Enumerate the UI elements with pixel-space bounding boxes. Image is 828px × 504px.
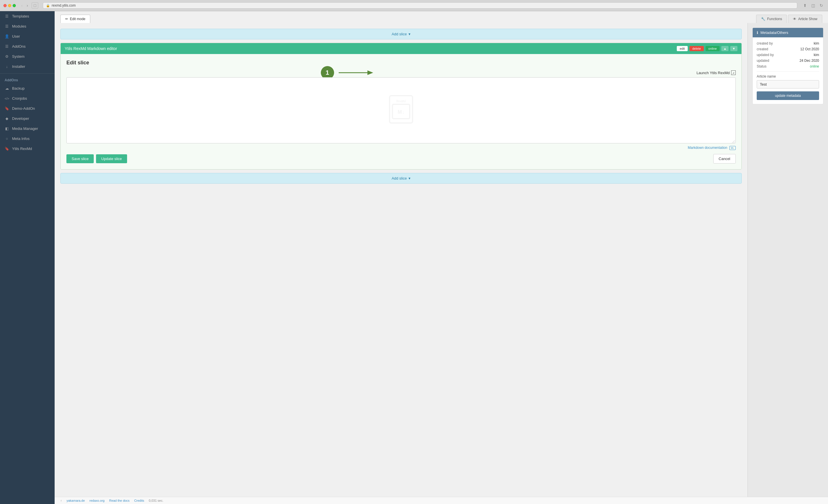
slice-action-left: Save slice Update slice bbox=[67, 154, 127, 163]
tab-switcher-button[interactable]: □ bbox=[32, 2, 38, 9]
sidebar-item-addons[interactable]: ☰ AddOns bbox=[0, 41, 55, 51]
browser-nav: ‹ › bbox=[20, 3, 29, 8]
launch-rexmd-link[interactable]: Launch Ytils RexMd ↗ bbox=[697, 71, 736, 75]
footer-link-credits[interactable]: Credits bbox=[134, 499, 144, 502]
editor-area: Add slice ▾ Ytils RexMd Markdown editor … bbox=[55, 23, 747, 497]
metadata-panel: ℹ Metadata/Others created by kim created… bbox=[752, 28, 823, 104]
add-slice-label-bottom: Add slice bbox=[391, 176, 407, 180]
modules-icon: ☰ bbox=[5, 24, 9, 29]
sidebar-item-label: Demo-AddOn bbox=[12, 106, 35, 110]
sidebar-item-label: Media Manager bbox=[12, 127, 38, 131]
address-bar[interactable]: 🔒 rexmd.ytils.com bbox=[43, 2, 797, 9]
footer-link-docs[interactable]: Read the docs bbox=[109, 499, 130, 502]
svg-text:RexMd: RexMd bbox=[397, 100, 406, 103]
slice-action-buttons: Save slice Update slice Cancel bbox=[67, 154, 736, 164]
tab-functions[interactable]: 🔧 Functions bbox=[756, 15, 787, 23]
sidebar-item-system[interactable]: ⚙ System bbox=[0, 51, 55, 61]
sidebar-item-ytils-rexmd[interactable]: 🔖 Ytils RexMd bbox=[0, 144, 55, 154]
footer-link-redaxo[interactable]: redaxo.org bbox=[89, 499, 105, 502]
sidebar-item-label: AddOns bbox=[12, 44, 26, 49]
metadata-row-created: created 12 Oct 2020 bbox=[757, 47, 819, 51]
templates-icon: ☰ bbox=[5, 14, 9, 18]
update-metadata-button[interactable]: update metadata bbox=[757, 91, 819, 100]
info-icon: ℹ bbox=[757, 31, 758, 35]
add-slice-dropdown-icon: ▾ bbox=[409, 32, 411, 36]
article-name-input[interactable] bbox=[757, 80, 819, 89]
slice-down-button[interactable]: ▼ bbox=[730, 46, 737, 51]
installer-icon: ↓ bbox=[5, 64, 9, 69]
forward-button[interactable]: › bbox=[25, 3, 30, 8]
share-button[interactable]: ⬆ bbox=[802, 3, 808, 8]
sidebar-item-installer[interactable]: ↓ Installer bbox=[0, 61, 55, 72]
back-button[interactable]: ‹ bbox=[20, 3, 24, 8]
article-name-label: Article name bbox=[757, 75, 819, 79]
metadata-body: created by kim created 12 Oct 2020 updat… bbox=[753, 37, 823, 104]
metadata-row-created-by: created by kim bbox=[757, 41, 819, 45]
sidebar-item-label: System bbox=[12, 54, 25, 59]
created-by-value: kim bbox=[814, 41, 819, 45]
fullscreen-dot[interactable] bbox=[13, 4, 16, 7]
tab-article-show[interactable]: 👁 Article Show bbox=[788, 15, 822, 23]
url-text: rexmd.ytils.com bbox=[52, 3, 76, 7]
sidebar-item-modules[interactable]: ☰ Modules bbox=[0, 21, 55, 31]
sidebar-item-cronjobs[interactable]: </> Cronjobs bbox=[0, 93, 55, 103]
created-label: created bbox=[757, 47, 768, 51]
slice-edit-title: Edit slice bbox=[67, 60, 736, 66]
updated-label: updated bbox=[757, 59, 769, 63]
add-slice-dropdown-icon-bottom: ▾ bbox=[409, 176, 411, 180]
slice-edit-button[interactable]: edit bbox=[677, 46, 688, 51]
metadata-row-updated: updated 24 Dec 2020 bbox=[757, 59, 819, 63]
minimize-dot[interactable] bbox=[8, 4, 11, 7]
markdown-doc-link-row: Markdown documentation M↓ bbox=[67, 146, 736, 150]
developer-icon: ◆ bbox=[5, 117, 9, 121]
system-icon: ⚙ bbox=[5, 54, 9, 59]
slice-card-header: Ytils RexMd Markdown editor edit delete … bbox=[61, 43, 741, 54]
sidebar-item-meta-infos[interactable]: ○ Meta Infos bbox=[0, 134, 55, 144]
created-by-label: created by bbox=[757, 41, 773, 45]
browser-dots bbox=[3, 4, 16, 7]
sidebar-item-label: Backup bbox=[12, 86, 25, 91]
markdown-doc-link[interactable]: Markdown documentation M↓ bbox=[688, 146, 736, 150]
app-layout: ☰ Templates ☰ Modules 👤 User ☰ AddOns ⚙ … bbox=[0, 11, 828, 504]
refresh-button[interactable]: ↻ bbox=[818, 3, 825, 8]
demo-addon-icon: 🔖 bbox=[5, 106, 9, 110]
slice-online-button[interactable]: online bbox=[706, 46, 719, 51]
cronjobs-icon: </> bbox=[5, 97, 9, 100]
add-slice-bar-top[interactable]: Add slice ▾ bbox=[60, 29, 742, 39]
cancel-button[interactable]: Cancel bbox=[713, 154, 736, 164]
slice-up-button[interactable]: ▲ bbox=[721, 46, 729, 51]
resize-handle[interactable] bbox=[732, 140, 735, 142]
content-body: Add slice ▾ Ytils RexMd Markdown editor … bbox=[55, 23, 828, 497]
meta-infos-icon: ○ bbox=[5, 136, 9, 141]
browser-chrome: ‹ › □ 🔒 rexmd.ytils.com ⬆ ◫ ↻ bbox=[0, 0, 828, 11]
functions-icon: 🔧 bbox=[761, 17, 765, 21]
sidebar-item-label: Ytils RexMd bbox=[12, 146, 32, 151]
app-footer: ↑ yakamara.de redaxo.org Read the docs C… bbox=[55, 497, 828, 504]
tab-edit-mode[interactable]: ✏ Edit mode bbox=[60, 15, 90, 23]
sidebar-item-templates[interactable]: ☰ Templates bbox=[0, 11, 55, 21]
add-slice-bar-bottom[interactable]: Add slice ▾ bbox=[60, 173, 742, 184]
metadata-divider bbox=[757, 71, 819, 72]
svg-text:M↓: M↓ bbox=[398, 109, 405, 115]
media-manager-icon: ◧ bbox=[5, 127, 9, 131]
sidebar: ☰ Templates ☰ Modules 👤 User ☰ AddOns ⚙ … bbox=[0, 11, 55, 504]
save-slice-button[interactable]: Save slice bbox=[67, 154, 94, 163]
sidebar-toggle-button[interactable]: ◫ bbox=[810, 3, 817, 8]
edit-mode-icon: ✏ bbox=[65, 17, 68, 21]
main-content: ✏ Edit mode 🔧 Functions 👁 Article Show A… bbox=[55, 11, 828, 504]
sidebar-item-user[interactable]: 👤 User bbox=[0, 31, 55, 41]
sidebar-item-developer[interactable]: ◆ Developer bbox=[0, 113, 55, 124]
close-dot[interactable] bbox=[3, 4, 7, 7]
external-link-icon: ↗ bbox=[731, 71, 736, 75]
slice-card-body: Edit slice 1 bbox=[61, 54, 741, 169]
add-slice-label: Add slice bbox=[391, 32, 407, 36]
sidebar-item-media-manager[interactable]: ◧ Media Manager bbox=[0, 124, 55, 134]
sidebar-item-backup[interactable]: ☁ Backup bbox=[0, 83, 55, 93]
slice-delete-button[interactable]: delete bbox=[690, 46, 704, 51]
update-slice-button[interactable]: Update slice bbox=[96, 154, 127, 163]
footer-icon: ↑ bbox=[60, 499, 62, 502]
sidebar-item-label: User bbox=[12, 34, 20, 39]
sidebar-item-demo-addon[interactable]: 🔖 Demo-AddOn bbox=[0, 103, 55, 113]
metadata-panel-title: Metadata/Others bbox=[760, 31, 788, 35]
footer-link-yakamara[interactable]: yakamara.de bbox=[67, 499, 85, 502]
